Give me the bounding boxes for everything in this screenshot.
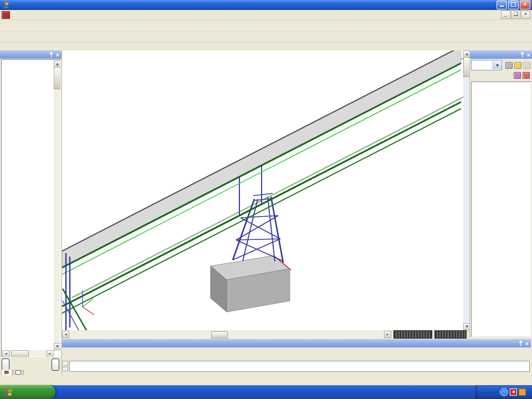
pin-icon[interactable] (518, 341, 523, 346)
properties-toolbar-2 (470, 70, 532, 80)
viewport[interactable]: ▲ ▼ (62, 50, 469, 331)
structure-tree-box: ▲ ▼ ◄ ► (1, 59, 61, 357)
befehlszeile-toolbar (62, 348, 531, 360)
status-bar (0, 375, 532, 386)
bridge-deck-panels (62, 50, 461, 268)
mdi-restore-button[interactable]: ❑ (511, 11, 520, 19)
windows-logo-icon (4, 389, 12, 396)
document-icon[interactable] (2, 11, 10, 19)
axis-triad (83, 290, 94, 315)
close-button[interactable]: × (520, 1, 530, 9)
mdi-close-button[interactable]: × (521, 11, 530, 19)
command-input[interactable] (69, 361, 530, 372)
scroll-thumb[interactable] (11, 350, 29, 357)
tree-vertical-scrollbar[interactable]: ▲ ▼ (54, 60, 60, 350)
scroll-thumb[interactable] (211, 331, 228, 339)
struktur-panel-title: × (0, 50, 62, 59)
tree-horizontal-scrollbar[interactable]: ◄ ► (2, 350, 54, 356)
property-grid (471, 81, 531, 337)
workspace: × ▲ ▼ ◄ ► (0, 50, 532, 375)
mdi-minimize-button[interactable]: _ (501, 11, 510, 19)
start-button[interactable] (0, 385, 55, 399)
title-bar: × (0, 0, 532, 10)
scroll-down-icon[interactable]: ▼ (54, 343, 61, 350)
properties-filter-combobox[interactable]: ▼ (471, 60, 502, 70)
windows-taskbar: ‹ (0, 385, 532, 399)
filter-icon[interactable] (504, 61, 513, 69)
chevron-down-icon[interactable]: ▼ (493, 61, 502, 69)
scia-engineer-window: × _ ❑ × × (0, 0, 532, 399)
command-row (62, 360, 530, 372)
minimize-button[interactable] (497, 1, 507, 9)
eigenschaften-panel-title: × (470, 50, 532, 59)
pin-icon[interactable] (520, 52, 525, 58)
neu-button[interactable] (2, 359, 9, 371)
filter-flash-icon[interactable] (513, 61, 522, 69)
befehlszeile-panel-title: × (62, 339, 531, 347)
dock-handle[interactable] (62, 360, 68, 372)
scroll-right-icon[interactable]: ► (384, 331, 391, 338)
viewport-vertical-scrollbar[interactable]: ▲ ▼ (463, 50, 469, 330)
viewport-horizontal-scrollbar[interactable] (70, 331, 383, 338)
structure-tree (2, 60, 54, 350)
struktur-panel: × ▲ ▼ ◄ ► (0, 50, 62, 375)
apply-arrow-icon[interactable] (521, 71, 530, 79)
close-panel-icon[interactable]: × (525, 341, 529, 346)
system-tray: ‹ (475, 385, 532, 399)
edit-pencil-icon[interactable] (522, 61, 531, 69)
pin-icon[interactable] (49, 52, 54, 58)
scroll-thumb[interactable] (54, 67, 61, 89)
menu-bar: _ ❑ × (0, 10, 532, 20)
schliessen-button[interactable] (52, 359, 59, 371)
viewport-toolbar: ◄ ► (62, 330, 469, 339)
volume-icon[interactable] (510, 388, 517, 396)
scia-logo-icon (2, 1, 9, 9)
model-canvas[interactable] (62, 50, 463, 330)
minimized-view-grip-1[interactable] (393, 330, 432, 339)
minimized-view-grip-2[interactable] (434, 330, 467, 339)
eigenschaften-panel: × ▼ (469, 50, 532, 339)
close-panel-icon[interactable]: × (56, 52, 59, 58)
tray-expand-icon[interactable]: ‹ (500, 388, 508, 396)
restore-button[interactable] (508, 1, 519, 9)
scroll-right-icon[interactable]: ► (47, 350, 54, 357)
structure-tab-icon (4, 371, 9, 374)
window-tab-icon (16, 370, 21, 375)
toolbar-standard (0, 20, 532, 32)
toolbar-geometry (0, 32, 532, 43)
properties-toolbar: ▼ (470, 59, 532, 70)
scroll-left-icon[interactable]: ◄ (2, 350, 9, 357)
color-wheel-icon[interactable] (513, 71, 521, 79)
scroll-left-icon[interactable]: ◄ (62, 331, 69, 338)
tray-app-icon[interactable] (519, 388, 526, 396)
close-panel-icon[interactable]: × (527, 52, 530, 58)
foundation-block (211, 255, 291, 312)
